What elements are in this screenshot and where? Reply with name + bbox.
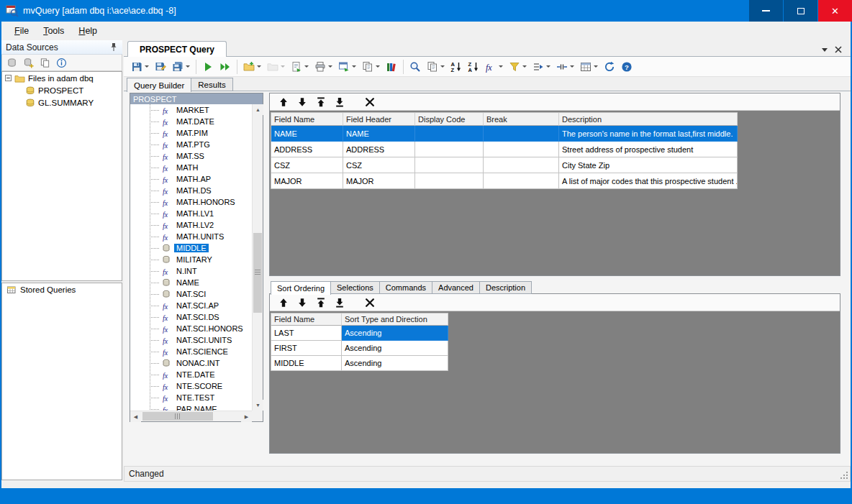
minimize-button[interactable] bbox=[749, 0, 783, 22]
dropdown-arrow-icon[interactable] bbox=[281, 65, 285, 68]
field-tree-item[interactable]: fxMATH bbox=[130, 162, 252, 173]
tab-advanced[interactable]: Advanced bbox=[432, 281, 480, 294]
scroll-left-icon[interactable]: ◀ bbox=[130, 411, 141, 422]
print-button[interactable] bbox=[312, 59, 335, 75]
dropdown-arrow-icon[interactable] bbox=[570, 65, 574, 68]
grid-cell[interactable] bbox=[415, 126, 484, 142]
column-header[interactable]: Field Header bbox=[343, 113, 415, 126]
grid-cell[interactable] bbox=[415, 157, 484, 173]
move-to-top-button[interactable] bbox=[314, 96, 327, 109]
grid-row[interactable]: MIDDLEAscending bbox=[271, 356, 448, 371]
dropdown-arrow-icon[interactable] bbox=[257, 65, 261, 68]
dropdown-arrow-icon[interactable] bbox=[440, 65, 445, 68]
grid-cell[interactable]: LAST bbox=[271, 326, 342, 341]
grid-cell[interactable] bbox=[484, 126, 559, 142]
field-tree-item[interactable]: NAT.SCI bbox=[130, 288, 252, 300]
move-to-bottom-button[interactable] bbox=[333, 296, 346, 309]
copy-output-button[interactable] bbox=[360, 59, 382, 75]
field-tree-item[interactable]: fxNAT.SCI.DS bbox=[130, 311, 252, 323]
tab-sort-ordering[interactable]: Sort Ordering bbox=[271, 281, 331, 295]
grid-row[interactable]: FIRSTAscending bbox=[271, 341, 448, 356]
pin-icon[interactable] bbox=[109, 42, 118, 52]
field-tree-item[interactable]: fxNAT.SCI.HONORS bbox=[130, 323, 252, 334]
field-tree-item[interactable]: fxMATH.UNITS bbox=[130, 231, 252, 242]
grid-cell[interactable] bbox=[415, 142, 484, 157]
group-by-button[interactable] bbox=[530, 59, 553, 75]
grid-cell[interactable]: Street address of prospective student bbox=[559, 142, 738, 157]
move-to-top-button[interactable] bbox=[314, 296, 327, 309]
new-query-button[interactable] bbox=[241, 59, 263, 75]
field-tree-item[interactable]: fxNAT.SCIENCE bbox=[130, 346, 252, 357]
library-button[interactable] bbox=[384, 59, 399, 75]
open-query-button[interactable] bbox=[265, 59, 287, 75]
move-down-button[interactable] bbox=[296, 296, 309, 309]
field-tree-item[interactable]: fxMARKET bbox=[130, 104, 252, 116]
field-tree-item[interactable]: fxMAT.PIM bbox=[130, 127, 252, 139]
grid-cell[interactable]: The person's name in the format last,fir… bbox=[559, 126, 738, 142]
move-up-button[interactable] bbox=[277, 296, 290, 309]
find-button[interactable] bbox=[407, 59, 423, 75]
field-tree-item[interactable]: fxMATH.DS bbox=[130, 185, 252, 196]
grid-cell[interactable]: Ascending bbox=[342, 356, 448, 371]
dropdown-arrow-icon[interactable] bbox=[352, 65, 356, 68]
grid-cell[interactable]: Ascending bbox=[342, 341, 448, 356]
scroll-down-icon[interactable]: ▼ bbox=[253, 400, 263, 411]
sort-desc-button[interactable]: ZA bbox=[466, 59, 481, 75]
grid-cell[interactable] bbox=[484, 142, 559, 157]
dropdown-arrow-icon[interactable] bbox=[145, 65, 149, 68]
tab-query-builder[interactable]: Query Builder bbox=[127, 78, 191, 92]
grid-cell[interactable]: MAJOR bbox=[343, 173, 415, 189]
close-tab-icon[interactable] bbox=[835, 46, 842, 53]
tree-node-prospect[interactable]: PROSPECT bbox=[2, 84, 122, 96]
dropdown-arrow-icon[interactable] bbox=[186, 65, 190, 68]
tab-results[interactable]: Results bbox=[191, 78, 232, 91]
stored-queries-item[interactable]: Stored Queries bbox=[2, 283, 122, 296]
move-up-button[interactable] bbox=[277, 96, 290, 109]
maximize-button[interactable] bbox=[784, 0, 817, 22]
save-button[interactable] bbox=[129, 59, 151, 75]
dropdown-arrow-icon[interactable] bbox=[499, 65, 503, 68]
grid-cell[interactable] bbox=[484, 173, 559, 189]
grid-cell[interactable]: ADDRESS bbox=[343, 142, 415, 157]
tab-list-chevron-icon[interactable] bbox=[822, 48, 828, 52]
field-tree-item[interactable]: fxNAT.SCI.AP bbox=[130, 300, 252, 311]
run-all-button[interactable] bbox=[217, 59, 233, 75]
field-tree-item[interactable]: fxN.INT bbox=[130, 265, 252, 277]
export-page-button[interactable] bbox=[289, 59, 311, 75]
datasource-add-button[interactable] bbox=[21, 56, 35, 70]
delete-button[interactable] bbox=[363, 296, 376, 309]
grid-cell[interactable]: MIDDLE bbox=[271, 356, 342, 371]
column-header[interactable]: Description bbox=[559, 113, 738, 126]
grid-cell[interactable]: CSZ bbox=[271, 157, 343, 173]
menu-file[interactable]: File bbox=[7, 23, 36, 39]
field-tree-item[interactable]: fxNTE.DATE bbox=[130, 369, 252, 380]
collapse-icon[interactable] bbox=[5, 75, 12, 81]
grid-row[interactable]: CSZCSZCity State Zip bbox=[271, 157, 738, 173]
refresh-button[interactable] bbox=[602, 59, 617, 75]
delete-button[interactable] bbox=[363, 96, 376, 109]
field-tree-item[interactable]: fxNTE.TEST bbox=[130, 392, 252, 403]
grid-row[interactable]: LASTAscending bbox=[271, 326, 448, 341]
save-all-button[interactable] bbox=[170, 59, 192, 75]
grid-row[interactable]: NAMENAMEThe person's name in the format … bbox=[271, 126, 738, 142]
document-tab[interactable]: PROSPECT Query bbox=[127, 41, 227, 57]
field-tree-item[interactable]: fxPAR.NAME bbox=[130, 403, 252, 411]
help-button[interactable]: ? bbox=[619, 59, 635, 75]
grid-cell[interactable]: FIRST bbox=[271, 341, 342, 356]
horizontal-scroll-thumb[interactable] bbox=[142, 412, 213, 421]
field-tree-item[interactable]: MILITARY bbox=[130, 254, 252, 265]
export-window-button[interactable] bbox=[336, 59, 358, 75]
move-down-button[interactable] bbox=[296, 96, 309, 109]
dropdown-arrow-icon[interactable] bbox=[546, 65, 550, 68]
grid-row[interactable]: MAJORMAJORA list of major codes that thi… bbox=[271, 173, 738, 189]
properties-button[interactable] bbox=[54, 56, 68, 70]
tab-description[interactable]: Description bbox=[479, 281, 532, 294]
column-header[interactable]: Break bbox=[484, 113, 559, 126]
field-tree-horizontal-scrollbar[interactable]: ◀ ▶ bbox=[130, 411, 252, 421]
field-tree-item[interactable]: fxMATH.AP bbox=[130, 173, 252, 185]
break-on-button[interactable] bbox=[554, 59, 576, 75]
grid-cell[interactable]: City State Zip bbox=[559, 157, 738, 173]
field-tree-vertical-scrollbar[interactable]: ▲ ▼ bbox=[252, 104, 263, 411]
tab-selections[interactable]: Selections bbox=[330, 281, 380, 294]
field-tree-item[interactable]: fxMATH.LV2 bbox=[130, 219, 252, 231]
